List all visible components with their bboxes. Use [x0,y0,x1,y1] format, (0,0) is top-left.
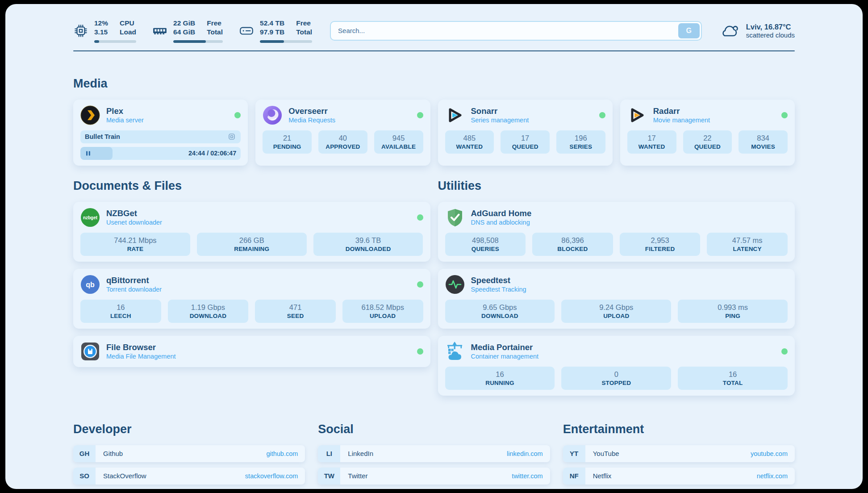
bookmark-url: youtube.com [751,450,795,457]
app-card-filebrowser[interactable]: File Browser Media File Management [73,336,430,367]
ram-stat: 22 GiB 64 GiB Free Total [152,19,223,43]
app-card-qbittorrent[interactable]: qb qBittorrent Torrent downloader 16 LEE… [73,269,430,329]
stat-value: 17 [647,134,655,142]
stat-queued: 22 QUEUED [683,130,732,154]
stat-label: LATENCY [733,246,762,252]
stat-label: PING [725,313,740,319]
stat-label: DOWNLOAD [481,313,518,319]
stat-queued: 17 QUEUED [501,130,550,154]
ram-label-1: Free [207,19,223,28]
ram-icon [152,23,167,38]
pause-icon [85,150,92,157]
bookmark-name: YouTube [593,450,619,457]
bookmark-name: Twitter [348,472,367,480]
stat-label: RATE [127,246,144,252]
bookmark-abbr: TW [318,468,340,485]
status-dot [781,112,788,118]
bookmark-github[interactable]: GH Github github.com [73,445,305,462]
app-name: File Browser [106,342,176,352]
stat-label: STOPPED [601,380,631,386]
app-description: Movie management [653,116,710,125]
app-card-overseerr[interactable]: Overseerr Media Requests 21 PENDING 40 A… [255,100,430,166]
disk-free: 52.4 TB [260,19,284,28]
app-name: Sonarr [471,106,529,116]
documents-column: nzbget NZBGet Usenet downloader 744.21 M… [73,202,430,367]
stat-label: SERIES [570,143,593,150]
status-dot [234,112,241,118]
bookmark-twitter[interactable]: TW Twitter twitter.com [318,468,550,485]
stat-value: 40 [339,134,347,142]
stat-download: 9.65 Gbps DOWNLOAD [445,300,555,323]
app-name: AdGuard Home [471,208,532,218]
bookmark-youtube[interactable]: YT YouTube youtube.com [563,445,795,462]
app-card-speedtest[interactable]: Speedtest Speedtest Tracking 9.65 Gbps D… [438,269,795,329]
cpu-progress-fill [94,40,99,43]
bookmark-linkedin[interactable]: LI LinkedIn linkedin.com [318,445,550,462]
stat-rate: 744.21 Mbps RATE [80,233,190,256]
ram-progress-fill [173,40,206,43]
svg-text:qb: qb [86,281,95,288]
stat-value: 618.52 Mbps [361,303,404,312]
stat-value: 266 GB [239,236,264,245]
media-grid: Plex Media server Bullet Train 24:44 [73,100,795,166]
app-card-adguard[interactable]: AdGuard Home DNS and adblocking 498,508 … [438,202,795,262]
bookmark-url: stackoverflow.com [245,472,305,480]
stat-remaining: 266 GB REMAINING [197,233,307,256]
dashboard-screen: 12% 3.15 CPU Load [5,4,863,489]
status-dot [417,214,423,221]
now-playing-title: Bullet Train [85,133,120,140]
bookmark-group-developer: Developer GH Github github.com SO StackO… [73,422,305,489]
top-bar: 12% 3.15 CPU Load [73,4,795,43]
stat-value: 21 [283,134,291,142]
stat-value: 2,953 [651,236,669,245]
stat-label: AVAILABLE [381,143,416,150]
app-name: Media Portainer [471,342,539,352]
stat-total: 16 TOTAL [678,367,788,390]
search-input[interactable] [330,21,702,41]
app-card-nzbget[interactable]: nzbget NZBGet Usenet downloader 744.21 M… [73,202,430,262]
stat-value: 0 [614,370,618,379]
disk-progress-track [260,40,312,43]
bookmark-group-social: Social LI LinkedIn linkedin.com TW Twitt… [318,422,550,489]
overseerr-icon [263,105,282,125]
weather-widget: Lviv, 16.87°C scattered clouds [720,23,795,39]
app-card-radarr[interactable]: Radarr Movie management 17 WANTED 22 QUE… [620,100,795,166]
stat-value: 16 [729,370,737,379]
cpu-icon [73,23,88,38]
disk-stat: 52.4 TB 97.9 TB Free Total [239,19,312,43]
section-title-media: Media [73,77,795,91]
app-name: Speedtest [471,275,526,285]
stat-value: 9.24 Gbps [599,303,633,312]
bookmark-stackoverflow[interactable]: SO StackOverflow stackoverflow.com [73,468,305,485]
stat-value: 1.19 Gbps [191,303,225,312]
app-card-portainer[interactable]: Media Portainer Container management 16 … [438,336,795,396]
stat-value: 471 [289,303,302,312]
stat-value: 17 [521,134,529,142]
stat-downloaded: 39.6 TB DOWNLOADED [313,233,423,256]
stat-label: BLOCKED [557,246,588,252]
weather-location-temp: Lviv, 16.87°C [746,23,795,31]
stat-value: 39.6 TB [355,236,381,245]
app-name: Plex [106,106,144,116]
app-description: DNS and adblocking [471,218,532,227]
section-title-developer: Developer [73,422,305,436]
stat-blocked: 86,396 BLOCKED [532,233,613,256]
search-engine-button[interactable]: G [678,23,700,38]
stat-label: QUEUED [512,143,538,150]
disk-progress-fill [260,40,284,43]
stat-series: 196 SERIES [556,130,605,154]
stat-label: UPLOAD [603,313,629,319]
status-dot [417,112,423,118]
stat-label: WANTED [456,143,483,150]
app-card-plex[interactable]: Plex Media server Bullet Train 24:44 [73,100,248,166]
bookmark-netflix[interactable]: NF Netflix netflix.com [563,468,795,485]
speedtest-icon [445,275,465,294]
stat-label: FILTERED [645,246,675,252]
bookmark-url: netflix.com [757,472,795,480]
stat-label: MOVIES [751,143,775,150]
stat-queries: 498,508 QUERIES [445,233,526,256]
status-dot [417,281,423,288]
app-card-sonarr[interactable]: Sonarr Series management 485 WANTED 17 Q… [438,100,613,166]
disk-icon [239,23,254,38]
stat-upload: 618.52 Mbps UPLOAD [342,300,423,323]
